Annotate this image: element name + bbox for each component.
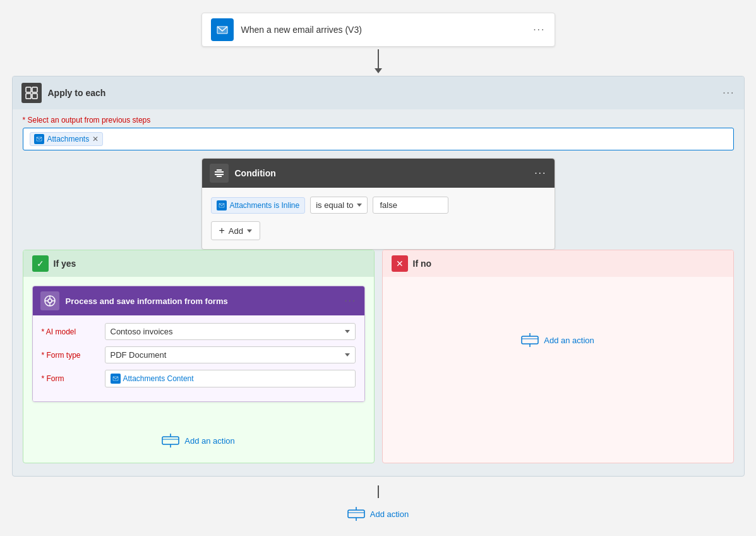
condition-label: Condition xyxy=(235,168,535,178)
condition-left-tag: Attachments is Inline xyxy=(211,197,306,214)
inner-flow: Condition ··· Attachments is Inl xyxy=(13,158,744,463)
add-btn-text: Add xyxy=(229,226,243,236)
form-type-label: Form type xyxy=(42,351,105,360)
condition-add-button[interactable]: + Add xyxy=(211,221,260,240)
condition-block: Condition ··· Attachments is Inl xyxy=(201,158,555,250)
form-type-value: PDF Document xyxy=(111,350,167,360)
add-action-if-no-text: Add an action xyxy=(544,336,594,345)
apply-each-more-button[interactable]: ··· xyxy=(723,87,735,99)
trigger-block: When a new email arrives (V3) ··· xyxy=(201,13,555,47)
add-chevron-icon xyxy=(247,229,252,233)
arrow-connector xyxy=(375,49,382,73)
trigger-label: When a new email arrives (V3) xyxy=(241,25,534,35)
tag-email-icon xyxy=(34,134,44,144)
apply-each-label: Apply to each xyxy=(48,88,723,98)
ai-model-label: AI model xyxy=(42,327,105,336)
form-value-tag: Attachments Content xyxy=(111,374,194,384)
trigger-more-button[interactable]: ··· xyxy=(533,24,545,35)
bottom-arrow xyxy=(378,485,379,498)
form-type-dropdown[interactable]: PDF Document xyxy=(105,346,356,363)
if-yes-block: ✓ If yes xyxy=(23,250,375,463)
process-header: Process and save information from forms … xyxy=(33,286,364,315)
output-selector-section: Select an output from previous steps Att… xyxy=(13,109,744,158)
process-body: AI model Contoso invoices Form type xyxy=(33,315,364,401)
if-no-block: ✕ If no xyxy=(382,250,734,463)
yes-checkmark-icon: ✓ xyxy=(32,255,49,272)
if-yes-label: If yes xyxy=(54,259,76,269)
form-input[interactable]: Attachments Content xyxy=(105,370,356,387)
form-row: Form xyxy=(42,370,356,387)
apply-each-icon xyxy=(21,83,42,103)
svg-rect-1 xyxy=(26,87,31,92)
if-no-body: Add an action xyxy=(383,277,733,403)
condition-operator-text: is equal to xyxy=(316,200,353,210)
svg-rect-15 xyxy=(162,437,179,444)
form-value-text: Attachments Content xyxy=(123,374,194,383)
condition-value-text: false xyxy=(380,200,397,210)
condition-left-text: Attachments is Inline xyxy=(230,201,300,210)
svg-point-10 xyxy=(48,299,52,303)
add-action-if-yes-button[interactable]: Add an action xyxy=(162,427,235,454)
apply-each-header: Apply to each ··· xyxy=(13,76,744,109)
if-no-header: ✕ If no xyxy=(383,250,733,277)
svg-rect-4 xyxy=(32,94,37,99)
chevron-down-icon xyxy=(357,204,362,207)
svg-rect-3 xyxy=(26,94,31,99)
form-type-row: Form type PDF Document xyxy=(42,346,356,363)
form-label: Form xyxy=(42,374,105,383)
process-more-button[interactable]: ··· xyxy=(344,295,356,307)
condition-email-icon xyxy=(217,200,227,210)
if-yes-body: Process and save information from forms … xyxy=(23,277,374,463)
email-trigger-icon xyxy=(211,18,234,41)
condition-more-button[interactable]: ··· xyxy=(534,168,546,179)
process-icon xyxy=(40,291,59,310)
bottom-add-action: Add action xyxy=(347,483,409,527)
svg-rect-2 xyxy=(32,87,37,92)
form-email-icon xyxy=(111,374,121,384)
if-no-label: If no xyxy=(413,259,432,269)
add-action-bottom-button[interactable]: Add action xyxy=(347,501,409,527)
output-input[interactable]: Attachments ✕ xyxy=(23,128,734,150)
output-selector-label: Select an output from previous steps xyxy=(23,116,734,125)
svg-rect-23 xyxy=(348,510,364,518)
ai-model-row: AI model Contoso invoices xyxy=(42,323,356,340)
attachments-tag-close[interactable]: ✕ xyxy=(92,135,99,143)
svg-rect-6 xyxy=(215,174,224,175)
form-type-chevron-icon xyxy=(345,353,350,356)
condition-row: Attachments is Inline is equal to false xyxy=(211,197,546,214)
svg-rect-5 xyxy=(215,171,224,173)
no-x-icon: ✕ xyxy=(392,255,408,272)
attachments-tag-text: Attachments xyxy=(47,135,90,143)
apply-each-container: Apply to each ··· Select an output from … xyxy=(12,76,745,477)
if-yes-header: ✓ If yes xyxy=(23,250,374,277)
process-label: Process and save information from forms xyxy=(66,296,345,306)
condition-body: Attachments is Inline is equal to false … xyxy=(202,188,555,249)
svg-rect-19 xyxy=(522,336,538,344)
add-action-if-no-button[interactable]: Add an action xyxy=(521,327,594,353)
ai-model-dropdown[interactable]: Contoso invoices xyxy=(105,323,356,340)
attachments-tag: Attachments ✕ xyxy=(30,132,104,146)
condition-icon xyxy=(210,164,229,183)
ai-model-value: Contoso invoices xyxy=(111,327,173,336)
process-block: Process and save information from forms … xyxy=(32,286,365,402)
add-action-if-yes-text: Add an action xyxy=(184,436,235,446)
add-action-if-yes-icon xyxy=(162,434,179,448)
condition-header: Condition ··· xyxy=(202,159,555,188)
condition-operator-dropdown[interactable]: is equal to xyxy=(310,197,368,214)
branch-container: ✓ If yes xyxy=(23,250,734,463)
plus-icon: + xyxy=(219,225,225,236)
condition-value-input[interactable]: false xyxy=(373,197,448,214)
add-action-if-no-icon xyxy=(521,333,539,347)
ai-model-chevron-icon xyxy=(345,330,350,333)
add-action-bottom-icon xyxy=(347,507,365,521)
condition-footer: + Add xyxy=(211,221,546,240)
svg-rect-7 xyxy=(217,169,222,171)
add-action-bottom-text: Add action xyxy=(370,509,409,519)
svg-rect-8 xyxy=(217,176,222,177)
